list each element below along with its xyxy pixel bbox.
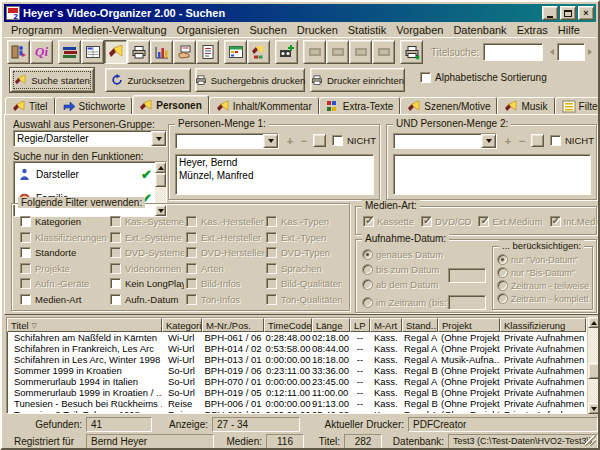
date-option-exact[interactable]: genaues Datum bbox=[362, 249, 443, 260]
media-button-4[interactable] bbox=[372, 40, 395, 64]
column-header-projekt[interactable]: Projekt bbox=[438, 318, 500, 332]
column-header-klassifizierung[interactable]: Klassifizierung bbox=[500, 318, 586, 332]
table-row[interactable]: Sommerurlaub 1994 in Italien So-Url BPH-… bbox=[7, 376, 586, 387]
person-entry[interactable]: Heyer, Bernd bbox=[179, 156, 370, 169]
calendar-statistics-button[interactable] bbox=[224, 40, 247, 64]
person-set-2-combobox[interactable] bbox=[393, 133, 497, 149]
table-row[interactable]: Sommerurlaub 1999 in Kroatien / ... So-U… bbox=[7, 387, 586, 398]
consider-option-complete[interactable]: Zeitraum - komplett bbox=[497, 293, 589, 304]
spinner-left-icon[interactable] bbox=[550, 49, 554, 55]
media-type-checkbox[interactable]: Kassette bbox=[363, 216, 414, 227]
filter-checkbox[interactable]: Arten bbox=[186, 261, 264, 277]
add-person-button[interactable]: + bbox=[284, 135, 296, 147]
filter-checkbox[interactable]: DVD-Systeme bbox=[110, 245, 184, 261]
table-row[interactable]: Tunesien 2.Teil, Februar 1998 Reise BPH-… bbox=[7, 409, 586, 414]
filter-checkbox[interactable]: Bild-Infos bbox=[186, 276, 264, 292]
filter-checkbox[interactable]: Ext.-Typen bbox=[266, 230, 342, 246]
menu-item[interactable]: Medien-Verwaltung bbox=[67, 23, 171, 37]
filter-checkbox[interactable]: Aufn.-Geräte bbox=[20, 276, 108, 292]
date-option-from[interactable]: ab dem Datum bbox=[362, 279, 438, 290]
consider-option-bis[interactable]: nur "Bis-Datum" bbox=[497, 267, 575, 278]
printer-setup-button[interactable]: Drucker einrichten bbox=[310, 68, 405, 92]
card-index-button[interactable] bbox=[81, 40, 104, 64]
date-input-1[interactable] bbox=[448, 268, 486, 283]
media-type-checkbox[interactable]: Ext.Medium bbox=[478, 216, 542, 227]
table-row[interactable]: Schifahren in Les Arc, Winter 1998 Wi-Ur… bbox=[7, 354, 586, 365]
column-header-titel[interactable]: Titel▽ bbox=[7, 318, 162, 332]
person-set-2-list[interactable] bbox=[393, 154, 591, 195]
consider-option-von[interactable]: nur "Von-Datum" bbox=[497, 254, 578, 265]
column-header-timecode[interactable]: TimeCode bbox=[264, 318, 312, 332]
exit-button[interactable] bbox=[7, 40, 30, 64]
scrollbar-thumb[interactable] bbox=[155, 173, 166, 187]
spinner-right-icon[interactable] bbox=[588, 49, 592, 55]
column-header-mnr[interactable]: M-Nr./Pos. bbox=[202, 318, 264, 332]
filter-checkbox[interactable]: Medien-Art bbox=[20, 292, 108, 308]
person-group-combobox[interactable]: Regie/Darsteller bbox=[13, 130, 167, 147]
dropdown-button[interactable] bbox=[481, 134, 496, 148]
start-search-button[interactable]: Suche starten bbox=[10, 68, 94, 92]
date-input-2[interactable] bbox=[448, 295, 486, 310]
column-header-lp[interactable]: LP bbox=[350, 318, 370, 332]
clear-set-button[interactable] bbox=[313, 134, 326, 147]
scroll-up-button[interactable] bbox=[588, 317, 600, 328]
remove-person-button[interactable]: − bbox=[298, 135, 310, 147]
clear-set-button[interactable] bbox=[531, 134, 544, 147]
filter-checkbox[interactable]: Kas.-Typen bbox=[266, 214, 342, 230]
menu-item[interactable]: Hilfe bbox=[553, 23, 585, 37]
quick-info-button[interactable]: Qi bbox=[30, 40, 53, 64]
filter-checkbox[interactable]: Bild-Qualitäten bbox=[266, 276, 342, 292]
resize-grip[interactable] bbox=[585, 435, 596, 446]
statistics-button[interactable] bbox=[150, 40, 173, 64]
not-checkbox[interactable]: NICHT bbox=[332, 135, 376, 146]
dropdown-button[interactable] bbox=[263, 134, 278, 148]
print-results-button[interactable]: Suchergebnis drucken bbox=[195, 68, 305, 92]
menu-item[interactable]: Organisieren bbox=[172, 23, 245, 37]
menu-item[interactable]: Drucken bbox=[292, 23, 343, 37]
filter-checkbox[interactable]: Ton-Infos bbox=[186, 292, 264, 308]
color-search-button[interactable] bbox=[247, 40, 270, 64]
date-option-until[interactable]: bis zum Datum bbox=[362, 264, 439, 275]
table-row[interactable]: Sommer 1999 in Kroatien So-Url BPH-019 /… bbox=[7, 365, 586, 376]
media-button-3[interactable] bbox=[349, 40, 372, 64]
consider-option-partial[interactable]: Zeitraum - teilweise bbox=[497, 280, 589, 291]
search-button[interactable] bbox=[104, 40, 127, 64]
filter-checkbox[interactable]: Ext.-Hersteller bbox=[186, 230, 264, 246]
column-header-kategorie[interactable]: Kategorie bbox=[162, 318, 202, 332]
tab[interactable]: Musik bbox=[497, 97, 554, 115]
title-search-input[interactable] bbox=[483, 43, 543, 61]
dropdown-button[interactable] bbox=[151, 131, 166, 146]
media-button-1[interactable] bbox=[303, 40, 326, 64]
db-print-button[interactable] bbox=[400, 40, 423, 64]
reset-button[interactable]: Zurücksetzen bbox=[105, 68, 191, 92]
column-header-laenge[interactable]: Länge bbox=[312, 318, 350, 332]
tab[interactable]: Szenen/Motive bbox=[400, 97, 497, 115]
alphabetic-sort-checkbox[interactable]: Alphabetische Sortierung bbox=[420, 72, 547, 83]
scroll-up-button[interactable] bbox=[155, 162, 166, 173]
filter-checkbox[interactable]: Projekte bbox=[20, 261, 108, 277]
presets-button[interactable] bbox=[173, 40, 196, 64]
print-button[interactable] bbox=[127, 40, 150, 64]
menu-item[interactable]: Programm bbox=[6, 23, 67, 37]
date-option-range[interactable]: im Zeitraum (bis:) bbox=[362, 297, 450, 308]
tab[interactable]: Inhalt/Kommentar bbox=[209, 97, 319, 115]
media-stack-button[interactable] bbox=[58, 40, 81, 64]
tab[interactable]: Extra-Texte bbox=[319, 97, 401, 115]
column-header-standort[interactable]: Stand... bbox=[402, 318, 438, 332]
menu-item[interactable]: Datenbank bbox=[448, 23, 511, 37]
person-entry[interactable]: Münzel, Manfred bbox=[179, 169, 370, 182]
spinner-value[interactable] bbox=[557, 43, 585, 61]
not-checkbox[interactable]: NICHT bbox=[550, 135, 594, 146]
filter-checkbox[interactable]: Kein LongPlay bbox=[110, 276, 184, 292]
filter-checkbox[interactable]: Aufn.-Datum bbox=[110, 292, 184, 308]
person-set-1-combobox[interactable] bbox=[175, 133, 279, 149]
filter-checkbox[interactable]: Kas.-Hersteller bbox=[186, 214, 264, 230]
table-row[interactable]: Tunesien - Besuch bei Rückheims ... Reis… bbox=[7, 398, 586, 409]
filter-checkbox[interactable]: Ext.-Systeme bbox=[110, 230, 184, 246]
menu-item[interactable]: Statistik bbox=[343, 23, 392, 37]
table-row[interactable]: Schifahren in Frankreich, Les Arc Wi-Url… bbox=[7, 343, 586, 354]
column-header-mart[interactable]: M-Art bbox=[370, 318, 402, 332]
media-button-2[interactable] bbox=[326, 40, 349, 64]
media-type-checkbox[interactable]: DVD/CD bbox=[421, 216, 471, 227]
menu-item[interactable]: Extras bbox=[512, 23, 553, 37]
